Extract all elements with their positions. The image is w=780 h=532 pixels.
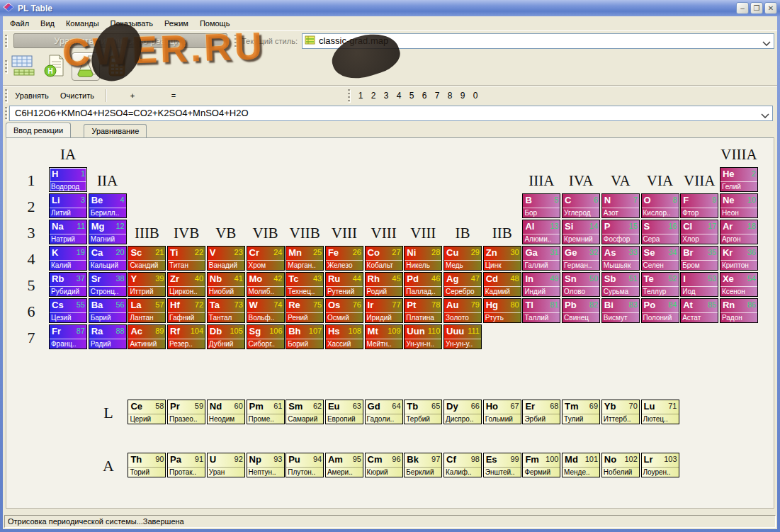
element-cell-Si[interactable]: Si14Кремний: [562, 220, 600, 244]
menu-item-Помощь[interactable]: Помощь: [194, 16, 236, 31]
element-cell-Db[interactable]: Db105Дубний: [207, 324, 245, 349]
element-cell-Sg[interactable]: Sg106Сиборг..: [247, 324, 285, 349]
element-cell-Pt[interactable]: Pt78Платина: [404, 298, 442, 323]
element-cell-Li[interactable]: Li3Литий: [49, 193, 87, 218]
element-cell-I[interactable]: I53Иод: [680, 272, 718, 297]
digit-button-0[interactable]: 0: [470, 89, 481, 103]
digit-button-8[interactable]: 8: [444, 89, 456, 103]
element-cell-Mt[interactable]: Mt109Мейтн..: [365, 324, 403, 349]
element-cell-Cs[interactable]: Cs55Цезий: [49, 298, 87, 323]
element-cell-O[interactable]: O8Кислор..: [641, 193, 679, 218]
element-cell-Ho[interactable]: Ho67Гольмий: [483, 400, 521, 424]
digit-button-1[interactable]: 1: [355, 89, 366, 103]
element-cell-Pb[interactable]: Pb82Свинец: [562, 298, 600, 323]
element-cell-C[interactable]: C6Углерод: [562, 193, 600, 218]
element-cell-Y[interactable]: Y39Иттрий: [128, 272, 166, 297]
element-cell-Gd[interactable]: Gd64Гадоли..: [365, 400, 403, 424]
element-cell-Ra[interactable]: Ra88Радий: [89, 324, 127, 349]
menu-item-Режим[interactable]: Режим: [159, 16, 194, 31]
element-cell-Ce[interactable]: Ce58Церий: [128, 400, 166, 424]
equation-combobox[interactable]: C6H12O6+KMnO4+H2SO4=CO2+K2SO4+MnSO4+H2O: [9, 106, 773, 121]
element-cell-Np[interactable]: Np93Нептун..: [247, 453, 285, 477]
balance-reaction-button[interactable]: Уравнять химическую реакцию: [13, 33, 227, 48]
element-cell-Nb[interactable]: Nb41Ниобий: [207, 272, 245, 297]
tab-Уравнивание[interactable]: Уравнивание: [84, 124, 147, 137]
element-cell-Yb[interactable]: Yb70Иттерб..: [601, 400, 640, 424]
element-cell-Xe[interactable]: Xe54Ксенон: [720, 272, 758, 297]
element-cell-Ru[interactable]: Ru44Рутений: [325, 272, 363, 297]
element-cell-Fr[interactable]: Fr87Франц..: [49, 324, 87, 349]
element-cell-Fm[interactable]: Fm100Фермий: [522, 453, 560, 477]
element-cell-Ga[interactable]: Ga31Галлий: [522, 246, 560, 271]
digit-button-9[interactable]: 9: [457, 89, 468, 103]
element-cell-Mn[interactable]: Mn25Марган..: [286, 246, 324, 271]
element-cell-Pm[interactable]: Pm61Проме..: [247, 400, 285, 424]
element-cell-Zn[interactable]: Zn30Цинк: [483, 246, 521, 271]
element-cell-K[interactable]: K19Калий: [49, 246, 87, 271]
digit-button-4[interactable]: 4: [393, 89, 405, 103]
element-cell-Os[interactable]: Os76Осмий: [325, 298, 363, 323]
element-cell-Ti[interactable]: Ti22Титан: [167, 246, 205, 271]
element-cell-Ba[interactable]: Ba56Барий: [89, 298, 127, 323]
element-cell-W[interactable]: W74Вольф..: [247, 298, 285, 323]
element-cell-Rn[interactable]: Rn86Радон: [720, 298, 758, 323]
element-cell-Th[interactable]: Th90Торий: [128, 453, 166, 477]
element-cell-Uuu[interactable]: Uuu111Ун-ун-у..: [443, 324, 482, 349]
element-cell-Br[interactable]: Br35Бром: [680, 246, 718, 271]
tab-Ввод реакции[interactable]: Ввод реакции: [6, 123, 71, 137]
element-cell-Ta[interactable]: Ta73Тантал: [207, 298, 245, 323]
element-cell-Tc[interactable]: Tc43Технец..: [286, 272, 324, 297]
element-info-button[interactable]: H: [40, 52, 69, 81]
menu-item-Файл[interactable]: Файл: [4, 16, 35, 31]
clear-button[interactable]: Очистить: [55, 89, 100, 103]
element-cell-Kr[interactable]: Kr36Криптон: [720, 246, 758, 271]
digit-button-3[interactable]: 3: [380, 89, 392, 103]
toolbar-grip[interactable]: [5, 107, 7, 120]
element-cell-Ca[interactable]: Ca20Кальций: [89, 246, 127, 271]
element-cell-Se[interactable]: Se34Селен: [641, 246, 679, 271]
element-cell-In[interactable]: In49Индий: [522, 272, 560, 297]
digit-button-5[interactable]: 5: [406, 89, 417, 103]
plus-button[interactable]: +: [112, 89, 153, 103]
element-cell-Mg[interactable]: Mg12Магний: [89, 220, 127, 244]
element-cell-Rh[interactable]: Rh45Родий: [365, 272, 403, 297]
balance-button[interactable]: Уравнять: [9, 89, 55, 103]
menu-item-Команды[interactable]: Команды: [60, 16, 105, 31]
calculator-button[interactable]: [103, 52, 131, 81]
element-cell-Sm[interactable]: Sm62Самарий: [286, 400, 324, 424]
element-cell-Cf[interactable]: Cf98Калиф..: [443, 453, 482, 477]
element-cell-Ir[interactable]: Ir77Иридий: [365, 298, 403, 323]
element-cell-Ac[interactable]: Ac89Актиний: [128, 324, 166, 349]
dropdown-arrow-icon[interactable]: [762, 39, 771, 47]
toolbar-grip[interactable]: [5, 89, 7, 102]
element-cell-Be[interactable]: Be4Берилл..: [89, 193, 127, 218]
element-cell-Hg[interactable]: Hg80Ртуть: [483, 298, 521, 323]
element-cell-S[interactable]: S16Сера: [641, 220, 679, 244]
element-cell-Ne[interactable]: Ne10Неон: [720, 193, 758, 218]
element-cell-Er[interactable]: Er68Эрбий: [522, 400, 560, 424]
element-cell-N[interactable]: N7Азот: [601, 193, 640, 218]
element-cell-Zr[interactable]: Zr40Циркон..: [167, 272, 205, 297]
element-cell-Uun[interactable]: Uun110Ун-ун-н..: [404, 324, 442, 349]
element-cell-Pa[interactable]: Pa91Протак..: [167, 453, 205, 477]
element-cell-Sc[interactable]: Sc21Скандий: [128, 246, 166, 271]
element-cell-Cr[interactable]: Cr24Хром: [247, 246, 285, 271]
element-cell-Pr[interactable]: Pr59Празео..: [167, 400, 205, 424]
element-cell-Lu[interactable]: Lu71Лютец..: [641, 400, 679, 424]
close-button[interactable]: ✕: [764, 2, 777, 14]
element-cell-Am[interactable]: Am95Амери..: [325, 453, 363, 477]
element-cell-Md[interactable]: Md101Менде..: [562, 453, 600, 477]
element-cell-Cd[interactable]: Cd48Кадмий: [483, 272, 521, 297]
element-cell-Dy[interactable]: Dy66Диспро..: [443, 400, 482, 424]
element-cell-Tb[interactable]: Tb65Тербий: [404, 400, 442, 424]
element-cell-Hf[interactable]: Hf72Гафний: [167, 298, 205, 323]
maximize-button[interactable]: ❐: [750, 2, 763, 14]
element-cell-Nd[interactable]: Nd60Неодим: [207, 400, 245, 424]
element-cell-Bi[interactable]: Bi83Висмут: [601, 298, 640, 323]
element-cell-V[interactable]: V23Ванадий: [207, 246, 245, 271]
element-cell-Au[interactable]: Au79Золото: [443, 298, 482, 323]
element-cell-F[interactable]: F9Фтор: [680, 193, 718, 218]
menu-item-Вид[interactable]: Вид: [35, 16, 60, 31]
minimize-button[interactable]: –: [736, 2, 749, 14]
element-cell-La[interactable]: La57Лантан: [128, 298, 166, 323]
